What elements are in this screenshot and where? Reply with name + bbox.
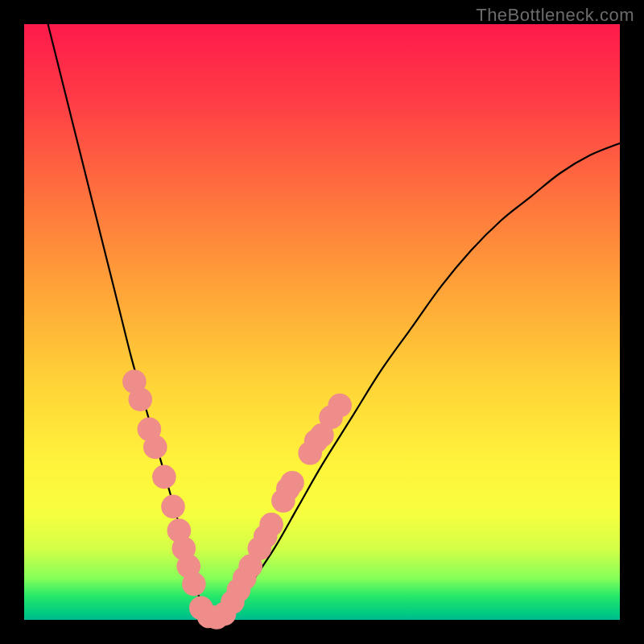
left-dot-10 <box>182 572 206 597</box>
bottleneck-curve-path <box>48 24 620 620</box>
marker-dots <box>122 369 352 630</box>
left-dot-2 <box>129 387 153 411</box>
chart-svg <box>24 24 620 620</box>
left-dot-5 <box>152 465 176 489</box>
right-dot-15 <box>328 394 352 418</box>
left-dot-6 <box>161 495 185 519</box>
plot-area <box>24 24 620 620</box>
bottleneck-curve <box>48 24 620 620</box>
chart-stage: TheBottleneck.com <box>0 0 644 644</box>
right-dot-7 <box>259 513 283 537</box>
left-dot-4 <box>143 436 167 460</box>
right-dot-10 <box>280 471 304 495</box>
watermark-text: TheBottleneck.com <box>476 5 634 26</box>
